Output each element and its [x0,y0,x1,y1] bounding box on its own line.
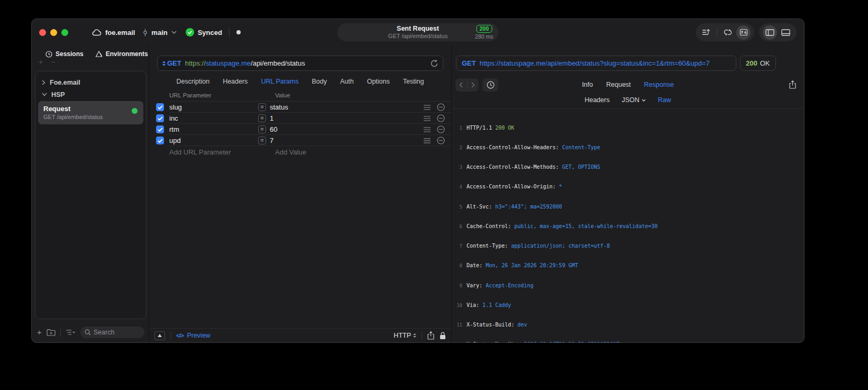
add-session-button[interactable]: + [39,59,43,65]
back-icon[interactable] [459,82,463,88]
collapse-panel-button[interactable] [154,331,165,340]
param-checkbox[interactable] [156,114,164,122]
chevron-down-icon [642,99,646,102]
tab-info[interactable]: Info [582,81,593,88]
response-status-line: 200 OK [495,125,514,131]
tab-headers[interactable]: Headers [223,78,248,85]
response-url: https://statuspage.me/api/embed/status?s… [480,59,710,67]
request-item-subtitle: GET /api/embed/status [43,114,138,120]
view-raw[interactable]: Raw [658,96,671,104]
param-name[interactable]: rtm [169,125,258,133]
traffic-lights [39,29,68,36]
remove-session-button[interactable]: − [51,59,55,65]
request-url-bar[interactable]: GET https://statuspage.me/api/embed/stat… [157,56,443,71]
param-checkbox[interactable] [156,137,164,144]
header-name: Via [467,302,476,308]
history-nav [455,78,479,92]
header-value: Accept-Encoding [486,283,533,288]
tab-url-params[interactable]: URL Params [261,78,298,85]
param-row: inc = 1 [149,113,451,124]
project-name[interactable]: foe.email [105,29,135,37]
search-input[interactable]: Search [80,326,144,338]
tab-description[interactable]: Description [177,78,210,85]
app-window: foe.email main Synced Sent Request GET /… [31,19,805,343]
export-list-icon[interactable] [699,25,714,40]
param-name[interactable]: inc [169,114,258,122]
column-header-name: URL Parameter [169,92,263,98]
tab-sessions-label: Sessions [56,50,84,58]
param-value[interactable]: 60 [270,125,277,133]
close-window-button[interactable] [39,29,46,36]
add-param-value-placeholder[interactable]: Add Value [263,148,306,156]
minimize-window-button[interactable] [50,29,57,36]
value-type-icon[interactable]: = [258,125,266,133]
protocol-label: HTTP [394,332,411,339]
method-selector-icon[interactable] [162,61,166,66]
param-value[interactable]: 1 [270,114,273,122]
add-param-name-placeholder[interactable]: Add URL Parameter [169,148,263,156]
header-name: Date [467,262,479,268]
zoom-window-button[interactable] [61,29,68,36]
response-url-button[interactable]: GET https://statuspage.me/api/embed/stat… [456,56,736,71]
tab-testing[interactable]: Testing [403,78,424,85]
tab-body[interactable]: Body [312,78,327,85]
tab-environments[interactable]: Environments [95,50,148,58]
tree-item-label: Foe.email [50,79,80,86]
sort-options-icon[interactable] [66,329,76,335]
protocol-selector[interactable]: HTTP [394,332,416,339]
row-options-icon[interactable] [424,138,431,143]
param-name[interactable]: slug [169,103,258,111]
param-value[interactable]: 7 [270,137,273,144]
forward-icon[interactable] [471,82,475,88]
tab-response[interactable]: Response [644,81,674,88]
add-request-button[interactable]: + [37,329,42,335]
row-options-icon[interactable] [424,116,431,121]
branch-name[interactable]: main [151,29,167,37]
remove-row-icon[interactable] [437,103,445,111]
new-folder-icon[interactable] [47,329,56,336]
tab-options[interactable]: Options [367,78,390,85]
tab-auth[interactable]: Auth [340,78,354,85]
toggle-sidebar-icon[interactable] [763,25,777,40]
value-type-icon[interactable]: = [258,137,266,144]
tree-item-foe-email[interactable]: Foe.email [37,76,144,88]
param-name[interactable]: upd [169,137,258,144]
request-status-pill[interactable]: Sent Request GET /api/embed/status 200 2… [337,23,499,41]
header-value: 2026-01-26T20:29:59.859105261Z [524,341,619,342]
response-raw-view[interactable]: 1HTTP/1.1200 OK 2Access-Control-Allow-He… [452,112,804,342]
remove-row-icon[interactable] [437,114,445,122]
value-type-icon[interactable]: = [258,114,266,122]
header-value: GET, OPTIONS [562,164,600,170]
sync-flow-icon[interactable] [720,25,735,40]
param-checkbox[interactable] [156,103,164,111]
column-header-value: Value [263,92,290,98]
response-view-tabs: Headers JSON Raw [452,96,804,109]
view-json-dropdown[interactable]: JSON [622,96,645,104]
request-method[interactable]: GET [167,59,181,67]
share-icon[interactable] [427,331,434,340]
share-icon[interactable] [789,80,796,89]
param-value[interactable]: status [270,103,288,111]
history-clock-button[interactable] [482,78,498,92]
tab-request[interactable]: Request [606,81,631,88]
view-headers[interactable]: Headers [584,96,609,104]
request-list-item-selected[interactable]: Request GET /api/embed/status [38,101,143,124]
value-type-icon[interactable]: = [258,103,266,111]
send-receive-icon[interactable] [736,25,751,40]
refresh-icon[interactable] [431,59,438,67]
toggle-bottom-panel-icon[interactable] [779,25,793,40]
row-options-icon[interactable] [424,127,431,132]
tab-sessions[interactable]: Sessions [45,50,84,58]
lock-icon[interactable] [440,332,446,340]
remove-row-icon[interactable] [437,125,445,133]
header-name: Access-Control-Allow-Origin [467,184,553,189]
chevron-down-icon[interactable] [171,31,177,34]
tree-item-hsp[interactable]: HSP [37,88,144,101]
unsaved-dot-icon [236,30,241,34]
view-json-label: JSON [622,96,639,104]
preview-button[interactable]: </> Preview [176,332,211,339]
sent-request-subtitle: GET /api/embed/status [388,33,447,40]
remove-row-icon[interactable] [437,137,445,144]
param-checkbox[interactable] [156,125,164,133]
row-options-icon[interactable] [424,105,431,110]
